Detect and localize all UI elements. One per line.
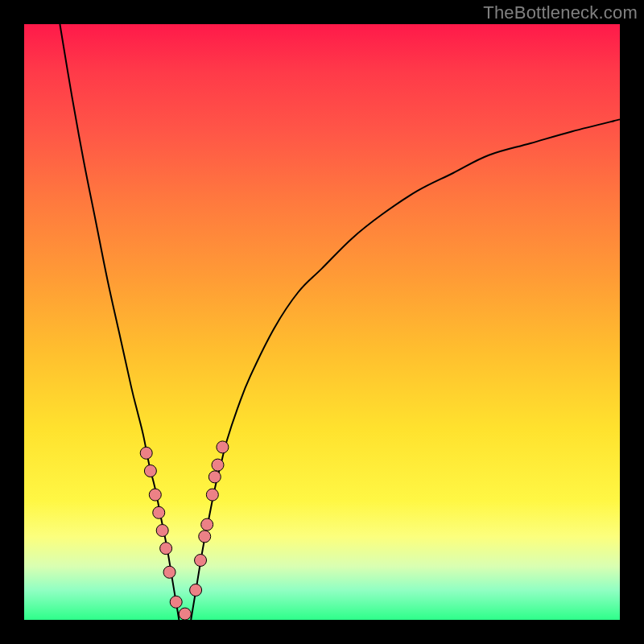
marker-point — [217, 441, 229, 453]
curve-right-arm — [191, 119, 620, 620]
marker-point — [140, 447, 152, 459]
marker-point — [153, 506, 165, 518]
marker-point — [199, 530, 211, 543]
marker-point — [156, 525, 168, 537]
marker-point — [190, 584, 202, 597]
marker-group — [140, 441, 229, 620]
marker-point — [212, 459, 224, 471]
marker-point — [208, 471, 221, 483]
chart-svg — [24, 24, 620, 620]
marker-point — [163, 566, 175, 578]
chart-frame: TheBottleneck.com — [0, 0, 644, 644]
marker-point — [206, 489, 218, 501]
watermark-label: TheBottleneck.com — [483, 2, 638, 23]
marker-point — [149, 489, 161, 501]
marker-point — [160, 543, 172, 555]
marker-point — [144, 465, 156, 477]
marker-point — [195, 555, 207, 567]
marker-point — [170, 596, 182, 608]
marker-point — [201, 518, 213, 530]
marker-point — [179, 608, 191, 620]
